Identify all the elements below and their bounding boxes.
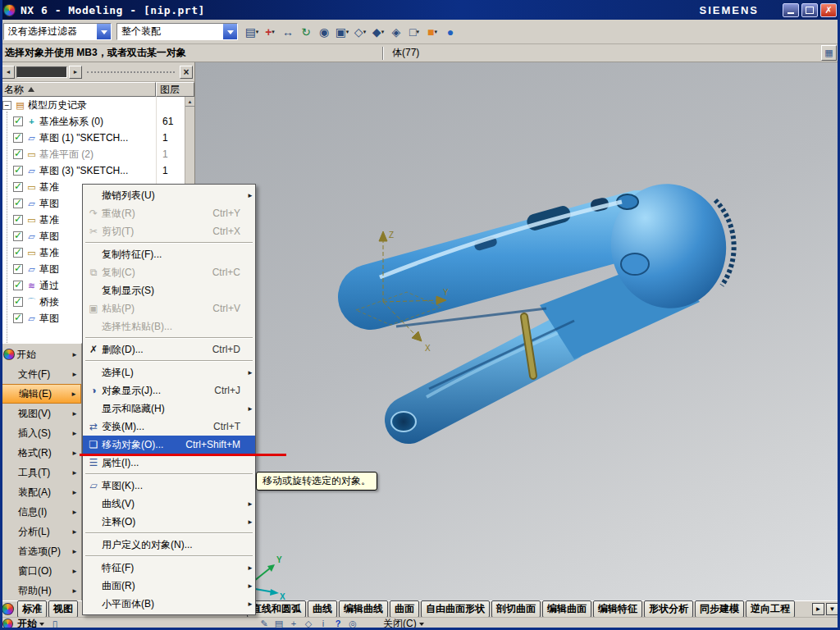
- context-menu-item[interactable]: 曲线(V) ►: [83, 495, 255, 513]
- tree-row[interactable]: ▭ 基准平面 (2) 1: [0, 146, 194, 162]
- sidebar-menu-item[interactable]: 开始 ►: [0, 345, 81, 364]
- toolbar-tab[interactable]: 同步建模: [695, 600, 744, 618]
- tree-row[interactable]: ▱ 草图 (1) "SKETCH... 1: [0, 130, 194, 146]
- checkbox[interactable]: [13, 149, 23, 159]
- context-menu-item[interactable]: ⇄ 变换(M)... Ctrl+T: [83, 418, 255, 436]
- toolbar-tab[interactable]: 编辑曲线: [339, 600, 388, 618]
- restore-button[interactable]: [801, 3, 818, 17]
- column-header-name[interactable]: 名称: [0, 82, 156, 97]
- context-menu-item[interactable]: 注释(O) ►: [83, 513, 255, 531]
- toolbar-icon[interactable]: □▾: [405, 23, 423, 41]
- checkbox[interactable]: [13, 248, 23, 258]
- panel-close-icon[interactable]: [180, 66, 193, 79]
- toolbar-tab[interactable]: 编辑曲面: [542, 600, 591, 618]
- context-menu-item[interactable]: ⧉ 复制(C) Ctrl+C: [83, 263, 255, 281]
- back-arrow-icon[interactable]: [2, 66, 15, 79]
- checkbox[interactable]: [13, 281, 23, 290]
- sidebar-menu-item[interactable]: 插入(S) ►: [0, 423, 81, 443]
- context-menu-item[interactable]: 撤销列表(U) ►: [83, 186, 255, 204]
- sidebar-menu-item[interactable]: 装配(A) ►: [0, 482, 81, 502]
- chevron-down-icon[interactable]: [223, 24, 237, 39]
- toolbar-icon[interactable]: ↔: [279, 23, 297, 41]
- status-icon[interactable]: i: [316, 619, 331, 629]
- sidebar-menu-item[interactable]: 窗口(O) ►: [0, 561, 81, 581]
- status-icon[interactable]: ◎: [345, 619, 360, 629]
- context-menu-item[interactable]: 曲面(R) ►: [83, 577, 255, 595]
- sidebar-menu-item[interactable]: 帮助(H) ►: [0, 581, 81, 600]
- checkbox[interactable]: [13, 166, 23, 176]
- checkbox[interactable]: [13, 297, 23, 307]
- context-menu-item[interactable]: ▱ 草图(K)...: [83, 477, 255, 495]
- document-icon[interactable]: [48, 619, 62, 630]
- type-filter-combo[interactable]: 没有选择过滤器: [3, 23, 112, 40]
- status-icon[interactable]: +: [286, 619, 301, 629]
- toolbar-icon[interactable]: ◉: [315, 23, 333, 41]
- toolbar-icon[interactable]: ●: [441, 23, 459, 41]
- context-menu-item[interactable]: 复制显示(S): [83, 281, 255, 299]
- context-menu-item[interactable]: 小平面体(B) ►: [83, 595, 255, 613]
- checkbox[interactable]: [13, 313, 23, 323]
- sidebar-menu-item[interactable]: 分析(L) ►: [0, 522, 81, 541]
- graphics-viewport[interactable]: Z Y X Z Y X: [195, 62, 840, 600]
- sidebar-menu-item[interactable]: 视图(V) ►: [0, 404, 81, 423]
- context-menu-item[interactable]: 选择(L) ►: [83, 363, 255, 381]
- status-icon[interactable]: ◇: [301, 619, 316, 629]
- toolbar-tab[interactable]: 视图: [48, 600, 78, 618]
- checkbox[interactable]: [13, 116, 23, 126]
- toolbar-icon[interactable]: ↻: [297, 23, 315, 41]
- toolbar-icon[interactable]: +▾: [261, 23, 279, 41]
- overflow-right-icon[interactable]: [812, 603, 824, 615]
- sidebar-menu-item[interactable]: 编辑(E) ►: [0, 384, 81, 404]
- context-menu-item[interactable]: 复制特征(F)...: [83, 245, 255, 263]
- sidebar-menu-item[interactable]: 首选项(P) ►: [0, 541, 81, 561]
- context-menu-item[interactable]: 显示和隐藏(H) ►: [83, 399, 255, 418]
- start-menu-button[interactable]: 开始: [17, 617, 44, 630]
- close-button[interactable]: [820, 3, 837, 17]
- status-icon[interactable]: ?: [331, 619, 345, 629]
- status-icon[interactable]: ✎: [257, 619, 272, 629]
- chevron-down-icon[interactable]: [97, 24, 111, 39]
- checkbox[interactable]: [13, 133, 23, 143]
- checkbox[interactable]: [13, 231, 23, 241]
- context-menu-item[interactable]: 选择性粘贴(B)...: [83, 317, 255, 336]
- close-menu-button[interactable]: 关闭(C): [383, 617, 424, 630]
- context-menu-item[interactable]: ✂ 剪切(T) Ctrl+X: [83, 222, 255, 240]
- overflow-down-icon[interactable]: [826, 603, 838, 615]
- checkbox[interactable]: [13, 215, 23, 225]
- collapsed-tab-slot[interactable]: [16, 66, 67, 78]
- sidebar-menu-item[interactable]: 信息(I) ►: [0, 502, 81, 522]
- context-menu-item[interactable]: ▣ 粘贴(P) Ctrl+V: [83, 299, 255, 317]
- toolbar-icon[interactable]: ◇▾: [351, 23, 369, 41]
- context-menu-item[interactable]: ☰ 属性(I)...: [83, 454, 255, 472]
- drag-handle[interactable]: [87, 71, 175, 73]
- context-menu-item[interactable]: ✗ 删除(D)... Ctrl+D: [83, 340, 255, 358]
- toolbar-icon[interactable]: ◆▾: [369, 23, 387, 41]
- context-menu-item[interactable]: 特征(F) ►: [83, 559, 255, 577]
- selection-scope-combo[interactable]: 整个装配: [116, 23, 238, 40]
- toolbar-tab[interactable]: 剖切曲面: [491, 600, 541, 618]
- sidebar-menu-item[interactable]: 文件(F) ►: [0, 364, 81, 384]
- toolbar-tab[interactable]: 编辑特征: [593, 600, 642, 618]
- 3d-model[interactable]: Z Y X Z Y X: [195, 62, 840, 600]
- tree-row[interactable]: ▤ 模型历史记录: [0, 97, 194, 113]
- sidebar-menu-item[interactable]: 格式(R) ►: [0, 443, 81, 463]
- toolbar-tab[interactable]: 形状分析: [644, 600, 693, 618]
- toolbar-icon[interactable]: ◈: [387, 23, 405, 41]
- toolbar-tab[interactable]: 标准: [17, 600, 47, 618]
- column-header-layer[interactable]: 图层: [156, 82, 194, 97]
- context-menu-item[interactable]: 用户定义的对象(N)...: [83, 536, 255, 554]
- toolbar-icon[interactable]: ▣▾: [333, 23, 351, 41]
- forward-arrow-icon[interactable]: [69, 66, 82, 79]
- tree-row[interactable]: + 基准坐标系 (0) 61: [0, 113, 194, 130]
- sidebar-menu-item[interactable]: 工具(T) ►: [0, 463, 81, 482]
- toolbar-icon[interactable]: ▤▾: [243, 23, 261, 41]
- checkbox[interactable]: [13, 182, 23, 192]
- toolbar-tab[interactable]: 曲线: [308, 600, 337, 618]
- toolbar-tab[interactable]: 曲面: [390, 600, 419, 618]
- toolbar-tab[interactable]: 自由曲面形状: [421, 600, 490, 618]
- expander-icon[interactable]: [2, 101, 11, 110]
- toolbar-tab[interactable]: 逆向工程: [746, 600, 795, 618]
- dialog-rail-icon[interactable]: [821, 45, 837, 61]
- status-icon[interactable]: ▤: [272, 619, 286, 629]
- toolbar-icon[interactable]: ■▾: [423, 23, 441, 41]
